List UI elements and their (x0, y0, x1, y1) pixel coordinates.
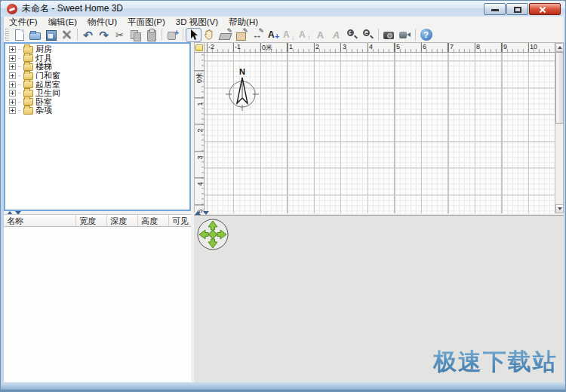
ruler-label: -2 (208, 43, 214, 51)
client-area: 文件(F) 编辑(E) 物件(U) 平面图(P) 3D 视图(V) 帮助(H) … (4, 17, 564, 384)
increase-text-size-button[interactable]: A↑ (297, 28, 312, 42)
catalog-category-bathroom[interactable]: 卫生间 (5, 89, 189, 98)
create-video-button[interactable] (397, 28, 413, 42)
create-text-icon: A+ (266, 29, 279, 41)
catalog-category-lights[interactable]: 灯具 (5, 54, 189, 63)
preferences-button[interactable] (59, 28, 75, 42)
ruler-label: 1 (196, 100, 204, 109)
ruler-label: 3 (343, 43, 346, 51)
toolbar-grip[interactable] (5, 29, 9, 41)
folder-icon (23, 63, 33, 71)
catalog-category-living-room[interactable]: 起居室 (5, 80, 189, 89)
photo-camera-icon (383, 29, 395, 41)
paste-button[interactable] (143, 28, 159, 42)
menu-bar: 文件(F) 编辑(E) 物件(U) 平面图(P) 3D 视图(V) 帮助(H) (4, 17, 564, 27)
catalog-category-staircases[interactable]: 楼梯 (5, 63, 189, 72)
decrease-text-size-icon: A↓ (282, 29, 295, 41)
redo-button[interactable]: ↷ (96, 28, 112, 42)
undo-icon: ↶ (82, 29, 94, 41)
ruler-label: 9 (503, 43, 507, 51)
folder-icon (23, 72, 33, 80)
select-tool-button[interactable] (186, 28, 201, 42)
folder-icon (23, 54, 33, 62)
create-rooms-button[interactable]: ✎ (233, 28, 249, 42)
ruler-label: 3 (196, 153, 204, 163)
3d-navigation-control[interactable] (195, 217, 230, 252)
add-furniture-button[interactable]: + (165, 28, 180, 42)
scroll-down-button[interactable] (555, 204, 564, 213)
expand-plus-icon[interactable] (9, 99, 16, 106)
video-camera-icon (398, 29, 411, 41)
scroll-thumb[interactable] (555, 52, 564, 124)
catalog-category-doors-windows[interactable]: 门和窗 (5, 72, 189, 81)
menu-3d-view[interactable]: 3D 视图(V) (171, 17, 223, 27)
new-plan-button[interactable] (11, 28, 27, 42)
furniture-table-body (4, 227, 191, 384)
copy-button[interactable] (128, 28, 143, 42)
italic-button[interactable]: A (328, 28, 344, 42)
menu-plan[interactable]: 平面图(P) (122, 17, 171, 27)
pan-tool-button[interactable] (201, 28, 217, 42)
close-button[interactable] (529, 3, 561, 15)
furniture-catalog-tree[interactable]: 厨房 灯具 楼梯 门和窗 起居室 (4, 42, 191, 211)
create-walls-button[interactable]: ✎ (217, 28, 233, 42)
zoom-out-icon: − (361, 29, 374, 41)
ruler-label: 0米 (262, 43, 272, 53)
catalog-category-miscellaneous[interactable]: 杂项 (5, 106, 189, 115)
maximize-icon (514, 7, 521, 13)
column-header-height[interactable]: 高度 (138, 215, 169, 226)
expand-plus-icon[interactable] (9, 81, 16, 88)
expand-plus-icon[interactable] (9, 72, 16, 79)
compass[interactable]: N (223, 66, 262, 115)
arrow-up-icon (558, 46, 562, 49)
menu-edit[interactable]: 编辑(E) (43, 17, 82, 27)
folder-icon (23, 46, 33, 54)
expand-plus-icon[interactable] (9, 55, 16, 62)
furniture-list-panel: 名称 宽度 深度 高度 可见 (4, 214, 191, 384)
window-frame-bottom (1, 382, 566, 391)
ruler-label: 1 (289, 43, 293, 51)
minimize-button[interactable] (484, 3, 506, 15)
level-tab-icon[interactable] (195, 44, 203, 51)
expand-plus-icon[interactable] (9, 63, 16, 70)
menu-furniture[interactable]: 物件(U) (82, 17, 122, 27)
toolbar-separator (77, 29, 78, 41)
zoom-in-icon: + (346, 29, 358, 41)
column-header-visible[interactable]: 可见 (169, 215, 191, 226)
create-dimensions-button[interactable]: ↔✎ (249, 28, 265, 42)
catalog-category-kitchen[interactable]: 厨房 (5, 45, 189, 54)
help-button[interactable]: ? (418, 28, 434, 42)
zoom-in-button[interactable]: + (344, 28, 360, 42)
expand-plus-icon[interactable] (9, 107, 16, 114)
arrow-down-icon (558, 207, 562, 210)
column-header-depth[interactable]: 深度 (107, 215, 138, 226)
save-button[interactable] (43, 28, 59, 42)
create-text-button[interactable]: A+ (265, 28, 281, 42)
zoom-out-button[interactable]: − (360, 28, 376, 42)
catalog-category-bedroom[interactable]: 卧室 (5, 98, 189, 107)
minimize-icon (491, 9, 499, 11)
decrease-text-size-button[interactable]: A↓ (281, 28, 297, 42)
title-bar: 未命名 - Sweet Home 3D (1, 1, 566, 17)
column-header-name[interactable]: 名称 (4, 215, 76, 226)
open-button[interactable] (27, 28, 43, 42)
menu-file[interactable]: 文件(F) (4, 17, 43, 27)
expand-plus-icon[interactable] (9, 90, 16, 96)
menu-help[interactable]: 帮助(H) (223, 17, 263, 27)
plan-corner (195, 43, 205, 53)
view-3d-panel[interactable]: 极速下载站 (194, 215, 564, 384)
italic-icon: A (330, 29, 343, 41)
plan-vertical-scrollbar[interactable] (555, 43, 563, 213)
create-photo-button[interactable] (381, 28, 397, 42)
bold-button[interactable]: A (312, 28, 328, 42)
column-header-width[interactable]: 宽度 (76, 215, 107, 226)
plan-canvas[interactable]: N (205, 53, 556, 213)
cut-button[interactable]: ✂ (112, 28, 128, 42)
ruler-label: 10 (530, 43, 537, 51)
expand-plus-icon[interactable] (9, 46, 16, 53)
maximize-button[interactable] (506, 3, 528, 15)
redo-icon: ↷ (97, 29, 110, 41)
scroll-up-button[interactable] (555, 43, 564, 52)
undo-button[interactable]: ↶ (80, 28, 96, 42)
save-icon (45, 29, 57, 41)
